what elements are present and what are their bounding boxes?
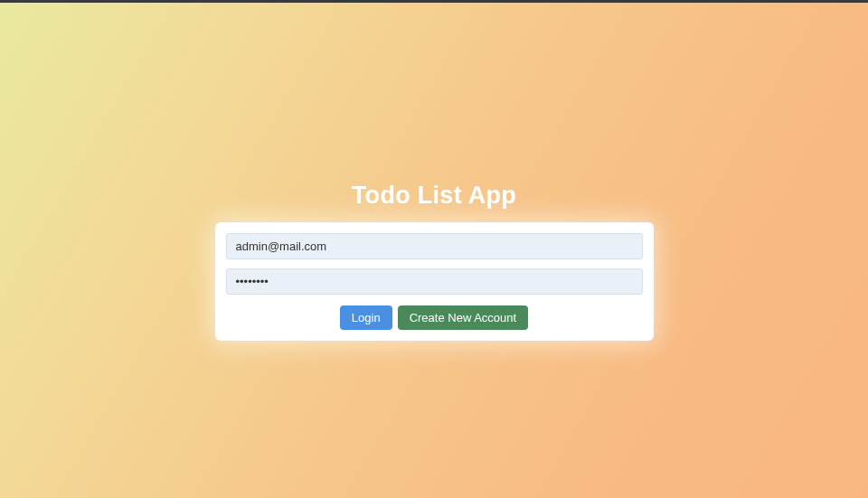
- app-title: Todo List App: [352, 182, 516, 210]
- login-card: Login Create New Account: [215, 222, 654, 341]
- email-input[interactable]: [226, 233, 643, 259]
- password-input[interactable]: [226, 268, 643, 295]
- create-account-button[interactable]: Create New Account: [398, 305, 529, 330]
- login-button[interactable]: Login: [340, 305, 392, 330]
- button-row: Login Create New Account: [226, 305, 643, 330]
- login-container: Todo List App Login Create New Account: [0, 3, 868, 498]
